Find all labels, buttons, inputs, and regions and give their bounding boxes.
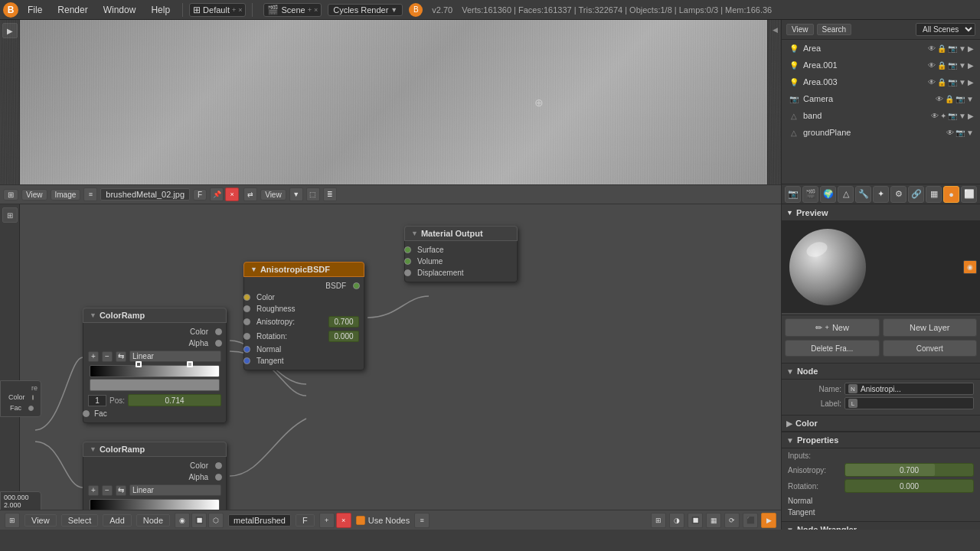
label-field-value[interactable]: L [844, 397, 974, 409]
outliner-view-btn[interactable]: View [786, 24, 814, 35]
scene-selector[interactable]: 🎬 Scene + × [263, 3, 322, 17]
node-editor-type-bottom[interactable]: ⊞ [5, 513, 20, 528]
camera-lock-icon[interactable]: 🔒 [945, 95, 954, 103]
material-name-input[interactable]: metalBrushed [228, 514, 291, 527]
area-right-icon[interactable]: ▶ [968, 44, 974, 53]
colorramp2-color-out-socket[interactable] [215, 462, 222, 469]
partial-node-1-fac-socket[interactable] [28, 406, 34, 411]
node-view-btn[interactable]: View [24, 514, 57, 527]
menu-help[interactable]: Help [145, 3, 176, 17]
area001-lock-icon[interactable]: 🔒 [937, 61, 946, 70]
props-particles-btn[interactable]: ✦ [873, 186, 889, 203]
band-dn-icon[interactable]: ▼ [959, 112, 966, 120]
bottom-r-btn-7[interactable]: ▶ [761, 513, 776, 528]
render-engine-selector[interactable]: Cycles Render ▼ [328, 4, 403, 16]
aniso-tangent-socket[interactable] [243, 357, 250, 364]
view-menu-btn[interactable]: View [21, 189, 47, 201]
props-constraints-btn[interactable]: 🔗 [908, 186, 924, 203]
node-node-btn[interactable]: Node [136, 514, 170, 527]
anisotropy-slider[interactable]: 0.700 [844, 463, 974, 477]
area003-rt-icon[interactable]: ▶ [968, 78, 974, 86]
sphere-preview-btn[interactable]: ◉ [963, 260, 977, 274]
camera-render-icon[interactable]: 📷 [956, 95, 965, 103]
node-material-output[interactable]: ▼ Material Output Surface Volume [404, 226, 518, 282]
pos-value[interactable]: 0.714 [128, 394, 221, 406]
mat-new-btn[interactable]: ✏ + New [785, 318, 880, 337]
band-extra-icon[interactable]: ✦ [940, 112, 946, 120]
mat-convert-btn[interactable]: Convert [883, 340, 978, 357]
aniso-anisotropy-val[interactable]: 0.700 [328, 316, 359, 328]
bottom-r-btn-5[interactable]: ⟳ [724, 513, 740, 528]
bottom-r-btn-2[interactable]: ◑ [669, 513, 684, 528]
ramp-add-btn[interactable]: + [88, 351, 99, 362]
aniso-bsdf-socket[interactable] [353, 282, 360, 289]
mat-f-btn[interactable]: F [296, 514, 315, 527]
browse-image-btn[interactable]: ≡ [83, 187, 97, 201]
layout-selector[interactable]: ⊞ Default + × [189, 3, 246, 17]
f-btn[interactable]: F [193, 189, 207, 201]
aniso-rotation-val[interactable]: 0.000 [328, 331, 359, 342]
ramp-stop-2[interactable] [187, 361, 193, 367]
colorramp-color-out-socket[interactable] [215, 328, 222, 335]
rotation-slider[interactable]: 0.000 [844, 479, 974, 493]
preview-area[interactable]: ◉ [782, 221, 980, 313]
add-mat-btn[interactable]: + [319, 513, 335, 528]
node-add-btn[interactable]: Add [103, 514, 132, 527]
ramp-gradient-bar[interactable] [90, 365, 220, 377]
cycles-btn-3[interactable]: ⬡ [208, 513, 224, 528]
props-render-btn[interactable]: 📷 [785, 186, 801, 203]
aniso-color-socket[interactable] [243, 294, 250, 301]
name-field-value[interactable]: N Anisotropi... [844, 383, 974, 395]
matout-volume-socket[interactable] [404, 258, 411, 265]
props-modifier-btn[interactable]: 🔧 [855, 186, 871, 203]
ramp2-mode-select[interactable]: Linear [129, 484, 221, 496]
image-filename[interactable]: brushedMetal_02.jpg [100, 188, 190, 201]
menu-file[interactable]: File [21, 3, 48, 17]
del-mat-btn[interactable]: × [336, 513, 351, 528]
props-object-btn[interactable]: △ [838, 186, 854, 203]
node-anisotropic[interactable]: ▼ AnisotropicBSDF BSDF Color [243, 262, 364, 370]
use-nodes-checkbox[interactable] [356, 516, 365, 525]
props-world-btn[interactable]: 🌍 [820, 186, 836, 203]
menu-render[interactable]: Render [51, 3, 93, 17]
outliner-item-area003[interactable]: 💡 Area.003 👁 🔒 📷 ▼ ▶ [782, 73, 980, 90]
view-options-btn[interactable]: ▼ [289, 187, 303, 201]
node-wrangler-header[interactable]: ▼ Node Wrangler [782, 521, 980, 530]
image-menu-btn[interactable]: Image [51, 189, 81, 201]
area-lock-icon[interactable]: 🔒 [937, 44, 946, 53]
area003-vis-icon[interactable]: 👁 [928, 78, 936, 86]
colorramp2-alpha-out-socket[interactable] [215, 474, 222, 481]
view-extra-btn[interactable]: ≣ [323, 187, 337, 201]
colorramp-alpha-out-socket[interactable] [215, 340, 222, 347]
props-scene-btn[interactable]: 🎬 [802, 186, 818, 203]
cycles-btn-1[interactable]: ◉ [175, 513, 190, 528]
area-render-icon[interactable]: 📷 [948, 44, 957, 53]
node-section-header[interactable]: ▼ Node [782, 363, 980, 380]
props-material-btn[interactable]: ● [943, 186, 959, 203]
matout-displacement-socket[interactable] [404, 269, 411, 276]
ramp-mode-select[interactable]: Linear [129, 350, 221, 362]
outliner-item-groundplane[interactable]: △ groundPlane 👁 📷 ▼ [782, 124, 980, 141]
area003-render-icon[interactable]: 📷 [948, 78, 957, 86]
colorramp-fac-socket[interactable] [83, 410, 90, 417]
view2-btn[interactable]: View [260, 189, 286, 201]
ramp-remove-btn[interactable]: − [102, 351, 113, 362]
band-vis-icon[interactable]: 👁 [931, 112, 939, 120]
bottom-r-btn-1[interactable]: ⊞ [651, 513, 666, 528]
properties-sub-header[interactable]: ▼ Properties [782, 432, 980, 448]
gp-render-icon[interactable]: 📷 [956, 129, 965, 137]
area001-render-icon[interactable]: 📷 [948, 61, 957, 70]
props-data-btn[interactable]: ▦ [926, 186, 942, 203]
area-down-icon[interactable]: ▼ [959, 44, 966, 53]
area003-dn-icon[interactable]: ▼ [959, 78, 966, 86]
ramp2-add-btn[interactable]: + [88, 485, 99, 496]
view-toggle-btn[interactable]: ⬚ [306, 187, 320, 201]
close-image-btn[interactable]: × [225, 187, 239, 201]
camera-vis-icon[interactable]: 👁 [936, 95, 943, 103]
aniso-rotation-socket[interactable] [243, 333, 250, 340]
blender-logo[interactable]: B [3, 2, 18, 18]
bottom-r-btn-3[interactable]: 🔲 [688, 513, 703, 528]
gp-vis-icon[interactable]: 👁 [946, 129, 954, 137]
area-vis-icon[interactable]: 👁 [928, 44, 936, 53]
props-physics-btn[interactable]: ⚙ [890, 186, 906, 203]
